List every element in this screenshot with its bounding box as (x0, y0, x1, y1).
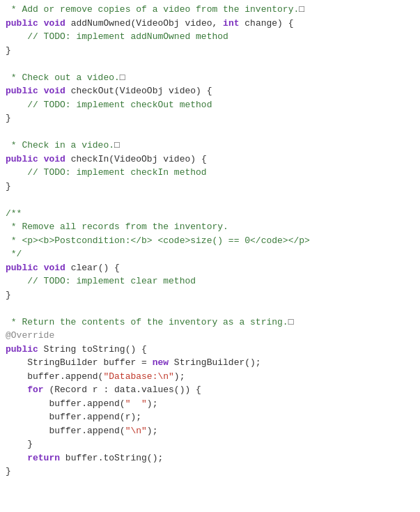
code-line: // TODO: implement checkOut method (0, 98, 420, 112)
code-token: new (153, 357, 169, 368)
code-token: public (6, 344, 38, 355)
code-token: buffer.append( (6, 398, 125, 409)
code-line: * Check out a video.□ (0, 71, 420, 85)
code-line (0, 57, 420, 71)
code-editor: * Add or remove copies of a video from t… (0, 0, 420, 481)
code-token: □ (120, 72, 125, 83)
code-token: " " (125, 398, 147, 409)
code-token: buffer.append(r); (6, 412, 141, 422)
code-token (38, 86, 44, 96)
code-line: * Check in a video.□ (0, 139, 420, 153)
code-token: public (6, 18, 38, 29)
code-line: } (0, 288, 420, 302)
code-token: } (6, 113, 11, 123)
code-token: * Check out a video. (6, 72, 120, 83)
code-token: public (6, 154, 38, 164)
code-token: // TODO: implement clear method (27, 276, 196, 286)
code-line: } (0, 437, 420, 451)
code-token: // TODO: implement checkIn method (27, 167, 206, 178)
code-line: public String toString() { (0, 343, 420, 357)
code-token: } (6, 290, 11, 300)
code-token: public (6, 86, 38, 96)
code-token: public (6, 263, 38, 273)
code-token: addNumOwned(VideoObj video, (65, 18, 223, 29)
code-token (38, 263, 44, 273)
code-line: } (0, 111, 420, 125)
code-token: } (6, 45, 11, 56)
code-line: */ (0, 247, 420, 261)
code-token (6, 100, 27, 110)
code-token: void (44, 86, 65, 96)
code-line: public void checkIn(VideoObj video) { (0, 153, 420, 166)
code-token: * Remove all records from the inventory. (6, 222, 228, 232)
code-token: } (6, 466, 11, 476)
code-line: * <p><b>Postcondition:</b> <code>size() … (0, 234, 420, 248)
code-token: return (27, 453, 60, 463)
code-token: /** (6, 208, 22, 219)
code-token (6, 276, 27, 286)
code-line (0, 125, 420, 139)
code-line: buffer.append("\n"); (0, 424, 420, 438)
code-token: * <p><b>Postcondition:</b> <code>size() … (6, 235, 310, 246)
code-token: "\n" (125, 426, 147, 436)
code-token: "Database:\n" (103, 371, 173, 382)
code-line: } (0, 465, 420, 479)
code-line: public void addNumOwned(VideoObj video, … (0, 17, 420, 31)
code-token (6, 31, 27, 42)
code-token: StringBuilder buffer = (6, 357, 153, 368)
code-token: } (6, 181, 11, 192)
code-token: StringBuilder(); (169, 357, 261, 368)
code-line (0, 193, 420, 207)
code-line: * Add or remove copies of a video from t… (0, 3, 420, 17)
code-token (6, 385, 27, 395)
code-line: buffer.append("Database:\n"); (0, 370, 420, 384)
code-token: (Record r : data.values()) { (44, 385, 201, 395)
code-token: buffer.append( (6, 371, 103, 382)
code-token (6, 167, 27, 178)
code-token: □ (288, 317, 294, 327)
code-token: // TODO: implement checkOut method (27, 100, 212, 110)
code-token: for (27, 385, 43, 395)
code-token: void (44, 18, 65, 29)
code-token: void (44, 263, 65, 273)
code-line: // TODO: implement checkIn method (0, 166, 420, 180)
code-token: change) { (240, 18, 294, 29)
code-token: */ (6, 249, 22, 259)
code-line: @Override (0, 329, 420, 343)
code-line: } (0, 44, 420, 58)
code-token: @Override (6, 330, 54, 341)
code-line: public void clear() { (0, 261, 420, 275)
code-line: // TODO: implement addNumOwned method (0, 30, 420, 44)
code-token: □ (114, 140, 120, 150)
code-token: void (44, 154, 65, 164)
code-line: StringBuilder buffer = new StringBuilder… (0, 356, 420, 370)
code-line: } (0, 180, 420, 194)
code-token: * Return the contents of the inventory a… (6, 317, 288, 327)
code-line: // TODO: implement clear method (0, 274, 420, 288)
code-token: int (223, 18, 239, 29)
code-token: ); (147, 398, 158, 409)
code-line: * Return the contents of the inventory a… (0, 316, 420, 329)
code-token: checkOut(VideoObj video) { (65, 86, 212, 96)
code-line: return buffer.toString(); (0, 451, 420, 465)
code-token (38, 18, 44, 29)
code-line: buffer.append(" "); (0, 397, 420, 411)
code-token: clear() { (65, 263, 120, 273)
code-token: buffer.toString(); (60, 453, 163, 463)
code-token (38, 154, 44, 164)
code-line: for (Record r : data.values()) { (0, 383, 420, 397)
code-token: checkIn(VideoObj video) { (65, 154, 207, 164)
code-token: buffer.append( (6, 426, 125, 436)
code-token: // TODO: implement addNumOwned method (27, 31, 228, 42)
code-line: public void checkOut(VideoObj video) { (0, 84, 420, 98)
code-token: * Check in a video. (6, 140, 114, 150)
code-line: /** (0, 207, 420, 221)
code-token: □ (299, 4, 304, 15)
code-token: ); (174, 371, 185, 382)
code-line: * Remove all records from the inventory. (0, 220, 420, 234)
code-token: } (6, 439, 33, 449)
code-token (6, 453, 27, 463)
code-line: buffer.append(r); (0, 410, 420, 424)
code-token: ); (147, 426, 158, 436)
code-token: String toString() { (38, 344, 147, 355)
